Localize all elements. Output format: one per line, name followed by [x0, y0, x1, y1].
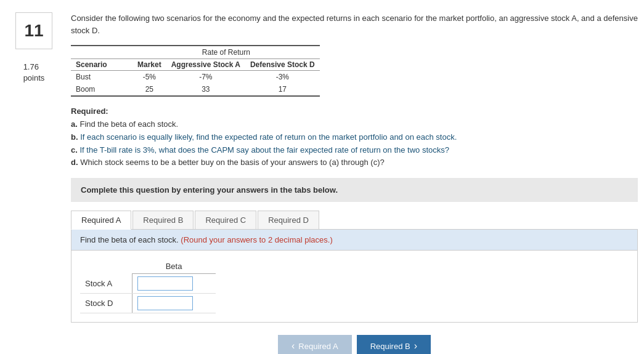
table-row: Bust -5% -7% -3%	[71, 71, 320, 84]
stock-d-beta-input[interactable]	[137, 296, 193, 310]
rate-of-return-table: Rate of Return Scenario Market Aggressiv…	[71, 45, 320, 97]
tab-required-b[interactable]: Required B	[132, 211, 194, 229]
stock-d-label: Stock D	[80, 294, 132, 313]
tab-required-a[interactable]: Required A	[71, 211, 131, 230]
req-item-b: b. If each scenario is equally likely, f…	[71, 131, 638, 144]
next-chevron-icon	[414, 340, 417, 352]
prev-button-label: Required A	[298, 342, 338, 351]
stock-d-bust: -3%	[245, 71, 320, 84]
beta-empty-header	[80, 259, 132, 274]
beta-row-stock-d: Stock D	[80, 294, 216, 313]
nav-buttons: Required A Required B	[71, 335, 638, 354]
col-scenario: Scenario	[71, 59, 132, 71]
tabs-nav: Required A Required B Required C Require…	[71, 211, 638, 230]
tab-required-c[interactable]: Required C	[195, 211, 256, 229]
stock-d-beta-cell	[132, 294, 216, 313]
beta-col-header: Beta	[132, 259, 216, 274]
beta-row-stock-a: Stock A	[80, 274, 216, 294]
points-display: 1.76 points	[23, 62, 45, 84]
scenario-boom: Boom	[71, 83, 132, 96]
req-item-a: a. Find the beta of each stock.	[71, 118, 638, 131]
col-stock-a: Aggressive Stock A	[166, 59, 245, 71]
col-market: Market	[132, 59, 166, 71]
question-text: Consider the following two scenarios for…	[71, 12, 638, 36]
round-instruction: (Round your answers to 2 decimal places.…	[181, 235, 332, 244]
stock-a-beta-cell	[132, 274, 216, 294]
next-button-label: Required B	[370, 342, 410, 351]
stock-a-label: Stock A	[80, 274, 132, 294]
prev-button[interactable]: Required A	[278, 335, 352, 354]
table-row: Boom 25 33 17	[71, 83, 320, 96]
stock-d-boom: 17	[245, 83, 320, 96]
col-stock-d: Defensive Stock D	[245, 59, 320, 71]
tab-content-area: Find the beta of each stock. (Round your…	[71, 230, 638, 323]
required-title: Required:	[71, 107, 638, 116]
req-item-d: d. Which stock seems to be a better buy …	[71, 156, 638, 169]
complete-instruction-box: Complete this question by entering your …	[71, 178, 638, 202]
question-number: 11	[15, 12, 52, 49]
scenario-bust: Bust	[71, 71, 132, 84]
req-item-c: c. If the T-bill rate is 3%, what does t…	[71, 144, 638, 157]
next-button[interactable]: Required B	[357, 335, 431, 354]
prev-chevron-icon	[291, 340, 295, 352]
stock-a-bust: -7%	[166, 71, 245, 84]
beta-input-table: Beta Stock A Stock D	[80, 259, 216, 313]
tab-required-d[interactable]: Required D	[258, 211, 319, 229]
required-section: Required: a. Find the beta of each stock…	[71, 107, 638, 169]
stock-a-boom: 33	[166, 83, 245, 96]
stock-a-beta-input[interactable]	[137, 276, 193, 291]
market-boom: 25	[132, 83, 166, 96]
market-bust: -5%	[132, 71, 166, 84]
tab-instruction: Find the beta of each stock. (Round your…	[71, 230, 637, 251]
table-header-span: Rate of Return	[132, 46, 320, 59]
